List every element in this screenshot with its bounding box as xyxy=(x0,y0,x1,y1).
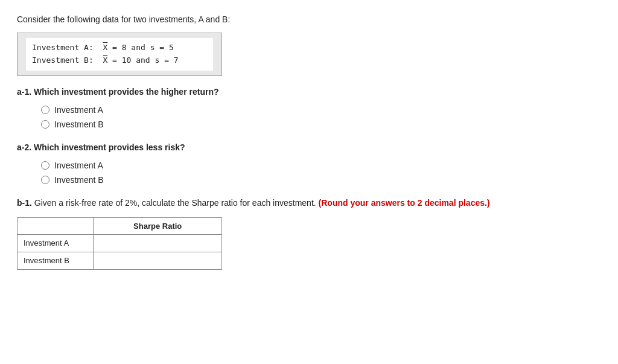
sharpe-header-empty xyxy=(18,217,94,234)
a1-label: a-1. Which investment provides the highe… xyxy=(17,87,601,97)
a1-radio-a[interactable] xyxy=(41,106,49,114)
data-box: Investment A: X = 8 and s = 5 Investment… xyxy=(17,33,222,76)
question-a1-block: a-1. Which investment provides the highe… xyxy=(17,87,601,129)
a2-option-a[interactable]: Investment A xyxy=(41,161,601,170)
sharpe-header-label: Sharpe Ratio xyxy=(94,217,222,234)
a2-radio-b[interactable] xyxy=(41,176,49,184)
a2-label: a-2. Which investment provides less risk… xyxy=(17,142,601,152)
b1-instruction-bold-red: (Round your answers to 2 decimal places.… xyxy=(319,198,490,208)
data-line-b: Investment B: X = 10 and s = 7 xyxy=(32,54,207,67)
a2-option-b[interactable]: Investment B xyxy=(41,175,601,185)
sharpe-row-b: Investment B xyxy=(18,252,222,269)
xbar-b: X xyxy=(103,56,107,65)
data-line-a: Investment A: X = 8 and s = 5 xyxy=(32,42,207,54)
b1-label: b-1. xyxy=(17,198,32,208)
sharpe-row-a: Investment A xyxy=(18,234,222,252)
data-box-inner: Investment A: X = 8 and s = 5 Investment… xyxy=(26,38,213,71)
a1-label-a: Investment A xyxy=(54,105,103,115)
sharpe-label-b: Investment B xyxy=(18,252,94,269)
b1-instruction-plain: Given a risk-free rate of 2%, calculate … xyxy=(34,198,316,208)
b1-instruction: b-1. Given a risk-free rate of 2%, calcu… xyxy=(17,198,601,208)
question-a2-block: a-2. Which investment provides less risk… xyxy=(17,142,601,185)
sharpe-input-cell-a[interactable] xyxy=(94,234,222,252)
xbar-a: X xyxy=(103,43,107,52)
sharpe-input-a[interactable] xyxy=(94,235,221,252)
a2-radio-a[interactable] xyxy=(41,161,49,170)
sharpe-input-b[interactable] xyxy=(94,252,221,269)
a1-label-b: Investment B xyxy=(54,120,104,129)
a1-option-b[interactable]: Investment B xyxy=(41,120,601,129)
a2-label-b: Investment B xyxy=(54,175,104,185)
a1-radio-b[interactable] xyxy=(41,120,49,129)
sharpe-label-a: Investment A xyxy=(18,234,94,252)
a2-label-a: Investment A xyxy=(54,161,103,170)
sharpe-table: Sharpe Ratio Investment A Investment B xyxy=(17,217,222,270)
a1-option-a[interactable]: Investment A xyxy=(41,105,601,115)
intro-text: Consider the following data for two inve… xyxy=(17,14,601,24)
sharpe-input-cell-b[interactable] xyxy=(94,252,222,269)
question-b1-block: b-1. Given a risk-free rate of 2%, calcu… xyxy=(17,198,601,270)
